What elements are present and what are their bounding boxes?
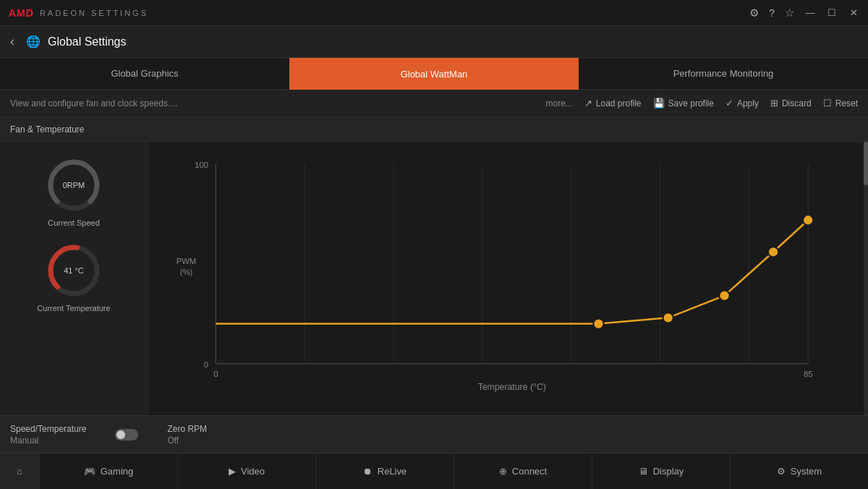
close-button[interactable]: ✕ [848,7,859,18]
chart-point-4[interactable] [803,215,813,225]
save-profile-button[interactable]: 💾 Save profile [653,98,714,109]
svg-text:PWM: PWM [176,257,197,265]
zero-rpm-label: Zero RPM [167,424,207,434]
page-title: Global Settings [48,35,127,48]
toolbar-description: View and configure fan and clock speeds.… [10,98,534,109]
maximize-button[interactable]: ☐ [826,7,838,18]
chart-point-1[interactable] [663,312,673,323]
reset-button[interactable]: ☐ Reset [823,98,858,109]
toolbar: View and configure fan and clock speeds.… [0,90,868,117]
svg-text:0: 0 [204,360,208,369]
discard-icon: ⊞ [770,98,778,109]
tab-global-graphics[interactable]: Global Graphics [0,58,289,90]
speed-value: 0RPM [63,181,85,190]
svg-text:0: 0 [213,370,218,378]
tab-global-wattman[interactable]: Global WattMan [289,58,579,90]
svg-text:Temperature (°C): Temperature (°C) [478,382,546,392]
bottom-section: Speed/Temperature Manual Zero RPM Off [0,415,868,453]
home-icon: ⌂ [17,466,22,477]
temp-value: 41 °C [64,266,84,275]
speed-gauge: 0RPM [45,156,103,214]
globe-icon: 🌐 [26,35,41,48]
star-icon[interactable]: ☆ [785,7,794,20]
chart-point-2[interactable] [719,290,729,300]
section-header: Fan & Temperature [0,117,868,142]
gaming-icon: 🎮 [84,466,95,477]
temp-gauge-container: 41 °C Current Temperature [37,242,110,312]
amd-logo: AMD [9,7,34,19]
nav-relive[interactable]: ⏺ ReLive [316,454,454,489]
discard-button[interactable]: ⊞ Discard [770,98,812,109]
relive-icon: ⏺ [363,466,373,477]
load-icon: ↗ [584,98,592,109]
connect-icon: ⊕ [499,466,507,477]
temp-label: Current Temperature [37,304,110,312]
load-profile-button[interactable]: ↗ Load profile [584,98,642,109]
nav-home[interactable]: ⌂ [0,454,40,489]
speed-label: Current Speed [48,218,100,227]
tabs: Global Graphics Global WattMan Performan… [0,58,868,90]
settings-icon[interactable]: ⚙ [749,7,759,20]
titlebar-controls: ⚙ ? ☆ — ☐ ✕ [749,7,859,20]
speed-gauge-container: 0RPM Current Speed [45,156,103,227]
temp-gauge: 41 °C [45,242,103,299]
video-icon: ▶ [229,466,236,477]
back-button[interactable]: ‹ [10,34,14,49]
navbar: ‹ 🌐 Global Settings [0,26,868,58]
apply-button[interactable]: ✓ Apply [726,98,759,109]
nav-video[interactable]: ▶ Video [178,454,316,489]
bottom-nav: ⌂ 🎮 Gaming ▶ Video ⏺ ReLive ⊕ Connect 🖥 … [0,453,868,489]
nav-display[interactable]: 🖥 Display [592,454,731,489]
nav-system[interactable]: ⚙ System [731,454,868,489]
check-icon: ✓ [726,98,733,109]
chart-point-0[interactable] [593,318,603,328]
svg-text:100: 100 [195,161,208,169]
scrollbar-thumb[interactable] [864,142,868,185]
minimize-button[interactable]: — [804,7,816,18]
chart-area: 100 0 PWM (%) 0 85 Temperature (°C) [148,142,868,415]
speed-temp-toggle[interactable] [115,429,138,441]
left-panel: 0RPM Current Speed 41 °C Current Tempera… [0,142,148,415]
svg-text:85: 85 [804,370,813,378]
speed-temp-label: Speed/Temperature [10,424,86,434]
radeon-text: RADEON SETTINGS [40,9,148,17]
more-button[interactable]: more... [545,98,572,109]
fan-temp-label: Fan & Temperature [10,124,85,135]
save-icon: 💾 [653,98,665,109]
titlebar: AMD RADEON SETTINGS ⚙ ? ☆ — ☐ ✕ [0,0,868,26]
system-icon: ⚙ [777,466,786,477]
toggle-knob [116,430,125,439]
nav-gaming[interactable]: 🎮 Gaming [40,454,178,489]
scrollbar[interactable] [864,142,868,415]
titlebar-left: AMD RADEON SETTINGS [9,7,148,19]
chart-point-3[interactable] [768,247,778,257]
nav-connect[interactable]: ⊕ Connect [454,454,592,489]
zero-rpm-value: Off [167,435,207,446]
speed-temp-value: Manual [10,435,86,446]
display-icon: 🖥 [639,466,648,477]
content-wrapper: Fan & Temperature 0RPM Current Speed [0,117,868,453]
help-icon[interactable]: ? [769,7,775,19]
fan-curve-chart[interactable]: 100 0 PWM (%) 0 85 Temperature (°C) [156,149,854,401]
tab-performance-monitoring[interactable]: Performance Monitoring [579,58,868,90]
reset-icon: ☐ [823,98,832,109]
svg-text:(%): (%) [180,268,193,276]
